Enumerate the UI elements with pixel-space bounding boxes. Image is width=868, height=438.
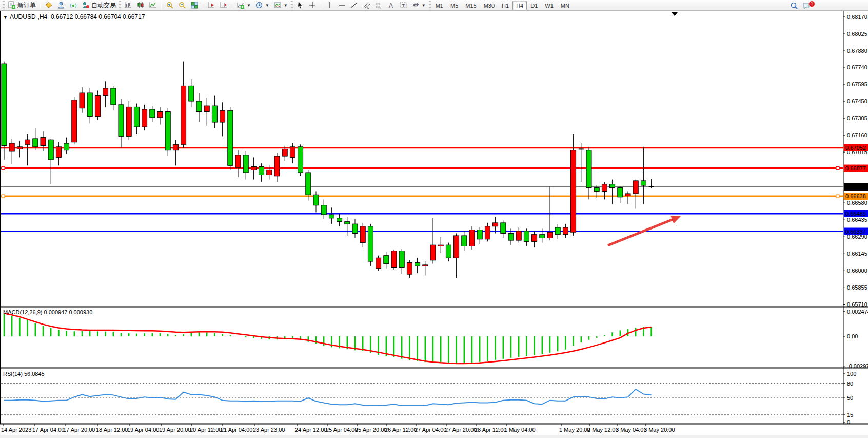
- price-tick-label: 0.66000: [847, 268, 867, 274]
- caret-icon: ▼: [265, 3, 269, 8]
- candle-body: [516, 231, 521, 240]
- timeframe-group: M1M5M15M30H1H4D1W1MN: [432, 1, 573, 10]
- candle-body: [391, 251, 397, 268]
- line-chart-icon: [149, 1, 157, 9]
- macd-axis-label: 0.00: [847, 333, 858, 339]
- caret-icon: ▼: [284, 3, 288, 8]
- candle-body: [321, 205, 326, 215]
- text-label-button[interactable]: T: [397, 1, 409, 10]
- line-handle-icon[interactable]: [2, 195, 5, 198]
- line-handle-icon[interactable]: [836, 195, 839, 198]
- template-icon: [273, 1, 282, 9]
- auto-scroll-button[interactable]: [205, 1, 218, 10]
- timeframe-button-m30[interactable]: M30: [480, 1, 498, 10]
- time-axis-label: 24 Apr 12:00: [295, 427, 327, 433]
- tile-windows-icon: [190, 1, 199, 9]
- template-button[interactable]: ▼: [271, 1, 290, 10]
- new-order-icon: [8, 1, 16, 9]
- macd-axis-label: 0.002474: [847, 309, 868, 315]
- candle-body: [142, 109, 147, 127]
- price-tick-label: 0.65855: [847, 284, 867, 291]
- candle-body: [493, 223, 498, 226]
- line-handle-icon[interactable]: [836, 167, 839, 170]
- timeframe-button-mn[interactable]: MN: [557, 1, 573, 10]
- price-tick-label: 0.67880: [847, 48, 867, 54]
- arrows-button[interactable]: ▼: [409, 1, 428, 10]
- line-handle-icon[interactable]: [2, 167, 5, 170]
- separator: [232, 1, 232, 9]
- timeframe-button-h4[interactable]: H4: [512, 1, 527, 10]
- candle-body: [41, 138, 46, 146]
- candle-body: [111, 88, 116, 105]
- candle-body: [274, 156, 280, 176]
- candle-body: [95, 96, 100, 117]
- level-price-flag: 0.66717: [845, 184, 866, 190]
- time-axis-label: 26 Apr 12:00: [385, 427, 417, 433]
- text-button[interactable]: A: [385, 1, 397, 10]
- crosshair-button[interactable]: [306, 1, 319, 10]
- add-indicator-button[interactable]: ▼: [234, 1, 253, 10]
- candle-chart-button[interactable]: [134, 1, 147, 10]
- candle-body: [368, 226, 373, 261]
- symbol-dropdown-icon[interactable]: ▼: [3, 15, 8, 20]
- candle-body: [290, 147, 295, 158]
- timeframe-button-h1[interactable]: H1: [498, 1, 512, 10]
- price-tick-label: 0.68170: [847, 14, 867, 20]
- bar-chart-button[interactable]: [122, 1, 134, 10]
- chart-window[interactable]: ▼AUDUSD-,H4 0.66712 0.66784 0.66704 0.66…: [0, 11, 868, 435]
- zoom-in-button[interactable]: [164, 1, 176, 10]
- candle-body: [360, 226, 365, 243]
- price-tick-label: 0.67305: [847, 115, 867, 121]
- candle-body: [454, 236, 459, 258]
- metaquotes-button[interactable]: [43, 1, 55, 10]
- trendline-button[interactable]: [348, 1, 360, 10]
- signal-button[interactable]: [67, 1, 80, 10]
- timeframe-button-w1[interactable]: W1: [541, 1, 557, 10]
- level-price-flag: 0.66877: [845, 165, 866, 172]
- time-axis-label: 14 Apr 2023: [1, 427, 31, 433]
- vline-button[interactable]: [323, 1, 336, 10]
- rsi-axis-label: 100: [847, 371, 856, 377]
- period-button[interactable]: ▼: [253, 1, 271, 10]
- crosshair-icon: [308, 1, 317, 9]
- candle-body: [80, 93, 85, 108]
- cursor-button[interactable]: [294, 1, 306, 10]
- candle-body: [251, 167, 256, 170]
- chart-shift-button[interactable]: [218, 1, 230, 10]
- fibonacci-button[interactable]: F: [372, 1, 385, 10]
- hline-button[interactable]: [336, 1, 348, 10]
- autotrade-button[interactable]: 自动交易: [80, 1, 118, 10]
- auto-scroll-icon: [207, 1, 215, 9]
- notification-badge: 1: [809, 1, 815, 7]
- trendline-icon: [350, 1, 358, 9]
- new-order-button[interactable]: 新订单: [6, 1, 38, 10]
- line-chart-button[interactable]: [147, 1, 159, 10]
- price-tick-label: 0.68025: [847, 31, 867, 37]
- time-axis-label: 23 Apr 23:00: [253, 427, 285, 433]
- candle-body: [555, 227, 560, 235]
- timeframe-button-m1[interactable]: M1: [432, 1, 447, 10]
- search-button[interactable]: [788, 1, 800, 10]
- signal-icon: [69, 1, 77, 9]
- timeframe-button-m5[interactable]: M5: [447, 1, 462, 10]
- timeframe-button-m15[interactable]: M15: [462, 1, 480, 10]
- candle-body: [2, 64, 7, 145]
- time-axis-label: 1 May 04:00: [504, 427, 536, 433]
- price-chart-canvas[interactable]: 0.681700.680250.678800.677400.675950.674…: [0, 11, 868, 435]
- timeframe-button-d1[interactable]: D1: [527, 1, 541, 10]
- candle-body: [415, 262, 420, 266]
- zoom-out-button[interactable]: [176, 1, 188, 10]
- candle-body: [563, 227, 568, 235]
- channel-button[interactable]: E: [360, 1, 372, 10]
- caret-icon: ▼: [247, 3, 251, 8]
- profile-button[interactable]: [55, 1, 67, 10]
- separator: [321, 1, 321, 9]
- time-axis-label: 27 Apr 20:00: [445, 427, 477, 433]
- candle-body: [48, 140, 53, 160]
- tile-windows-button[interactable]: [188, 1, 201, 10]
- candle-body: [189, 86, 194, 101]
- notifications-button[interactable]: 1: [800, 1, 813, 10]
- candle-body: [126, 107, 131, 136]
- new-order-label: 新订单: [17, 1, 36, 10]
- time-axis-label: 20 Apr 12:00: [190, 427, 222, 433]
